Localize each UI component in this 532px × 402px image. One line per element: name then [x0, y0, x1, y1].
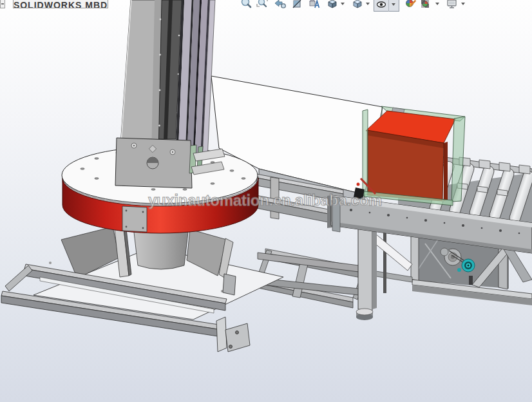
magnifier-area-icon — [257, 0, 267, 6]
hide-show-items-dropdown[interactable] — [392, 3, 395, 6]
display-style-dropdown[interactable] — [366, 3, 370, 5]
conveyor-leg[interactable] — [250, 225, 412, 320]
dash-icon — [1, 3, 4, 5]
heads-up-toolbar: SOLIDWORKS MBD — [0, 0, 532, 12]
section-view-icon — [293, 0, 301, 8]
zoom-to-fit-button[interactable] — [240, 0, 254, 12]
hide-show-items-group — [374, 0, 399, 12]
mast-base-plate[interactable] — [115, 138, 192, 188]
previous-view-icon — [275, 0, 285, 8]
3d-viewport[interactable] — [0, 0, 532, 402]
view-settings-button[interactable] — [446, 0, 460, 12]
tab-label: SOLIDWORKS MBD — [14, 0, 108, 8]
scene-icon — [421, 0, 429, 8]
display-style-button[interactable] — [351, 0, 365, 12]
previous-view-button[interactable] — [274, 0, 288, 12]
zoom-to-area-button[interactable] — [256, 0, 270, 12]
view-cube-icon — [328, 0, 336, 8]
eye-icon — [377, 2, 386, 7]
magnifier-icon — [242, 0, 251, 7]
leveling-foot — [356, 309, 373, 320]
view-settings-dropdown[interactable] — [461, 3, 465, 5]
appearance-ball-icon — [406, 0, 415, 7]
edit-appearance-button[interactable] — [404, 0, 419, 12]
apply-scene-button[interactable] — [419, 0, 433, 12]
view-orientation-dropdown[interactable] — [341, 3, 345, 5]
tab-solidworks-mbd[interactable]: SOLIDWORKS MBD — [13, 0, 108, 8]
apply-scene-dropdown[interactable] — [435, 3, 439, 5]
shaded-cube-icon — [354, 0, 361, 8]
partial-tab[interactable] — [0, 0, 5, 8]
red-box[interactable] — [366, 111, 455, 201]
corner-bracket — [216, 317, 250, 352]
hide-show-items-button[interactable] — [375, 0, 389, 12]
monitor-icon — [448, 0, 456, 8]
section-view-button[interactable] — [291, 0, 305, 12]
annotation-views-button[interactable] — [308, 0, 322, 12]
view-orientation-button[interactable] — [326, 0, 340, 12]
annotation-views-icon — [310, 0, 319, 8]
